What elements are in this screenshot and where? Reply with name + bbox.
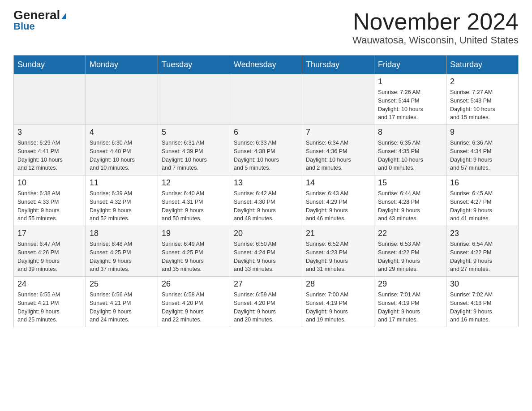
day-info: Sunrise: 6:29 AMSunset: 4:41 PMDaylight:…	[17, 139, 82, 172]
day-info: Sunrise: 6:52 AMSunset: 4:23 PMDaylight:…	[306, 240, 370, 274]
day-info: Sunrise: 6:33 AMSunset: 4:38 PMDaylight:…	[234, 139, 298, 172]
day-number: 24	[17, 279, 82, 289]
calendar-week-2: 3Sunrise: 6:29 AMSunset: 4:41 PMDaylight…	[14, 125, 519, 176]
calendar-cell: 13Sunrise: 6:42 AMSunset: 4:30 PMDayligh…	[230, 176, 302, 226]
day-number: 23	[450, 229, 515, 238]
calendar-cell: 9Sunrise: 6:36 AMSunset: 4:34 PMDaylight…	[446, 125, 519, 176]
calendar-cell: 27Sunrise: 6:59 AMSunset: 4:20 PMDayligh…	[230, 277, 302, 327]
day-info: Sunrise: 6:40 AMSunset: 4:31 PMDaylight:…	[162, 189, 226, 223]
calendar-week-4: 17Sunrise: 6:47 AMSunset: 4:26 PMDayligh…	[14, 226, 519, 277]
calendar-cell: 26Sunrise: 6:58 AMSunset: 4:20 PMDayligh…	[158, 277, 230, 327]
day-info: Sunrise: 6:38 AMSunset: 4:33 PMDaylight:…	[17, 189, 82, 223]
calendar-table: SundayMondayTuesdayWednesdayThursdayFrid…	[13, 55, 519, 327]
calendar-cell: 6Sunrise: 6:33 AMSunset: 4:38 PMDaylight…	[230, 125, 302, 176]
day-number: 19	[162, 229, 226, 238]
day-number: 6	[234, 128, 298, 137]
calendar-cell: 30Sunrise: 7:02 AMSunset: 4:18 PMDayligh…	[446, 277, 519, 327]
calendar-header-sunday: Sunday	[14, 56, 86, 74]
calendar-header-thursday: Thursday	[302, 56, 374, 74]
calendar-cell: 23Sunrise: 6:54 AMSunset: 4:22 PMDayligh…	[446, 226, 519, 277]
day-number: 26	[162, 279, 226, 289]
day-info: Sunrise: 7:26 AMSunset: 5:44 PMDaylight:…	[378, 88, 442, 122]
calendar-cell: 20Sunrise: 6:50 AMSunset: 4:24 PMDayligh…	[230, 226, 302, 277]
day-number: 8	[378, 128, 442, 137]
day-info: Sunrise: 6:47 AMSunset: 4:26 PMDaylight:…	[17, 240, 82, 274]
day-info: Sunrise: 6:53 AMSunset: 4:22 PMDaylight:…	[378, 240, 442, 274]
day-number: 22	[378, 229, 442, 238]
day-number: 9	[450, 128, 515, 137]
day-info: Sunrise: 6:42 AMSunset: 4:30 PMDaylight:…	[234, 189, 298, 223]
day-info: Sunrise: 6:49 AMSunset: 4:25 PMDaylight:…	[162, 240, 226, 274]
logo-text: General	[13, 9, 66, 21]
day-number: 10	[17, 178, 82, 188]
day-number: 14	[306, 178, 370, 188]
calendar-cell: 12Sunrise: 6:40 AMSunset: 4:31 PMDayligh…	[158, 176, 230, 226]
calendar-cell: 10Sunrise: 6:38 AMSunset: 4:33 PMDayligh…	[14, 176, 86, 226]
calendar-header-monday: Monday	[86, 56, 158, 74]
day-info: Sunrise: 6:45 AMSunset: 4:27 PMDaylight:…	[450, 189, 515, 223]
page-header: General Blue November 2024 Wauwatosa, Wi…	[13, 9, 519, 46]
day-info: Sunrise: 7:01 AMSunset: 4:19 PMDaylight:…	[378, 291, 442, 324]
calendar-cell: 16Sunrise: 6:45 AMSunset: 4:27 PMDayligh…	[446, 176, 519, 226]
day-info: Sunrise: 6:59 AMSunset: 4:20 PMDaylight:…	[234, 291, 298, 324]
calendar-cell	[86, 74, 158, 125]
day-number: 28	[306, 279, 370, 289]
day-number: 1	[378, 77, 442, 86]
day-number: 2	[450, 77, 515, 86]
day-info: Sunrise: 7:00 AMSunset: 4:19 PMDaylight:…	[306, 291, 370, 324]
calendar-header-saturday: Saturday	[446, 56, 519, 74]
calendar-cell	[230, 74, 302, 125]
day-number: 3	[17, 128, 82, 137]
calendar-cell: 7Sunrise: 6:34 AMSunset: 4:36 PMDaylight…	[302, 125, 374, 176]
calendar-week-3: 10Sunrise: 6:38 AMSunset: 4:33 PMDayligh…	[14, 176, 519, 226]
day-info: Sunrise: 6:34 AMSunset: 4:36 PMDaylight:…	[306, 139, 370, 172]
calendar-cell: 4Sunrise: 6:30 AMSunset: 4:40 PMDaylight…	[86, 125, 158, 176]
day-info: Sunrise: 6:43 AMSunset: 4:29 PMDaylight:…	[306, 189, 370, 223]
day-number: 16	[450, 178, 515, 188]
day-number: 13	[234, 178, 298, 188]
calendar-cell: 22Sunrise: 6:53 AMSunset: 4:22 PMDayligh…	[374, 226, 446, 277]
calendar-cell: 21Sunrise: 6:52 AMSunset: 4:23 PMDayligh…	[302, 226, 374, 277]
day-info: Sunrise: 7:27 AMSunset: 5:43 PMDaylight:…	[450, 88, 515, 122]
calendar-cell: 29Sunrise: 7:01 AMSunset: 4:19 PMDayligh…	[374, 277, 446, 327]
month-title: November 2024	[352, 9, 519, 34]
calendar-cell: 3Sunrise: 6:29 AMSunset: 4:41 PMDaylight…	[14, 125, 86, 176]
day-info: Sunrise: 6:58 AMSunset: 4:20 PMDaylight:…	[162, 291, 226, 324]
calendar-header-tuesday: Tuesday	[158, 56, 230, 74]
day-number: 5	[162, 128, 226, 137]
calendar-cell: 17Sunrise: 6:47 AMSunset: 4:26 PMDayligh…	[14, 226, 86, 277]
day-number: 12	[162, 178, 226, 188]
day-number: 17	[17, 229, 82, 238]
day-number: 25	[90, 279, 154, 289]
day-info: Sunrise: 6:35 AMSunset: 4:35 PMDaylight:…	[378, 139, 442, 172]
day-info: Sunrise: 7:02 AMSunset: 4:18 PMDaylight:…	[450, 291, 515, 324]
calendar-cell: 14Sunrise: 6:43 AMSunset: 4:29 PMDayligh…	[302, 176, 374, 226]
title-block: November 2024 Wauwatosa, Wisconsin, Unit…	[352, 9, 519, 46]
logo-blue-text: Blue	[13, 21, 35, 32]
day-info: Sunrise: 6:31 AMSunset: 4:39 PMDaylight:…	[162, 139, 226, 172]
calendar-header-friday: Friday	[374, 56, 446, 74]
calendar-cell: 2Sunrise: 7:27 AMSunset: 5:43 PMDaylight…	[446, 74, 519, 125]
day-number: 7	[306, 128, 370, 137]
day-info: Sunrise: 6:56 AMSunset: 4:21 PMDaylight:…	[90, 291, 154, 324]
calendar-cell	[302, 74, 374, 125]
calendar-cell	[14, 74, 86, 125]
day-info: Sunrise: 6:30 AMSunset: 4:40 PMDaylight:…	[90, 139, 154, 172]
logo: General Blue	[13, 9, 66, 32]
calendar-cell: 18Sunrise: 6:48 AMSunset: 4:25 PMDayligh…	[86, 226, 158, 277]
calendar-cell: 8Sunrise: 6:35 AMSunset: 4:35 PMDaylight…	[374, 125, 446, 176]
calendar-cell: 28Sunrise: 7:00 AMSunset: 4:19 PMDayligh…	[302, 277, 374, 327]
calendar-header-wednesday: Wednesday	[230, 56, 302, 74]
calendar-week-5: 24Sunrise: 6:55 AMSunset: 4:21 PMDayligh…	[14, 277, 519, 327]
day-info: Sunrise: 6:48 AMSunset: 4:25 PMDaylight:…	[90, 240, 154, 274]
calendar-cell: 11Sunrise: 6:39 AMSunset: 4:32 PMDayligh…	[86, 176, 158, 226]
calendar-cell: 1Sunrise: 7:26 AMSunset: 5:44 PMDaylight…	[374, 74, 446, 125]
day-number: 18	[90, 229, 154, 238]
day-info: Sunrise: 6:44 AMSunset: 4:28 PMDaylight:…	[378, 189, 442, 223]
calendar-cell: 24Sunrise: 6:55 AMSunset: 4:21 PMDayligh…	[14, 277, 86, 327]
day-info: Sunrise: 6:50 AMSunset: 4:24 PMDaylight:…	[234, 240, 298, 274]
day-info: Sunrise: 6:39 AMSunset: 4:32 PMDaylight:…	[90, 189, 154, 223]
day-number: 27	[234, 279, 298, 289]
day-number: 29	[378, 279, 442, 289]
day-number: 20	[234, 229, 298, 238]
